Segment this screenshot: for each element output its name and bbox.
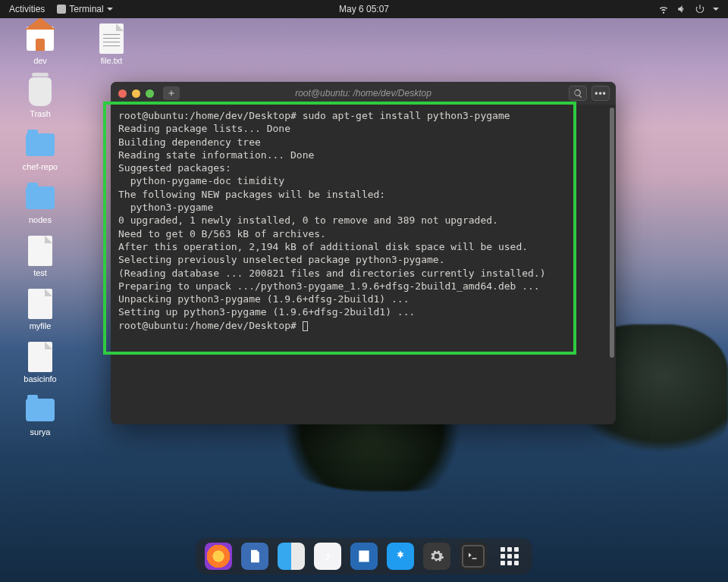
terminal-scrollbar[interactable] <box>610 108 614 358</box>
dock: ♪ <box>196 538 532 574</box>
desktop-icon-dev[interactable]: dev <box>14 23 67 65</box>
output-line: Building dependency tree <box>118 136 261 148</box>
output-line: Preparing to unpack .../python3-pygame_1… <box>118 280 540 292</box>
desktop-icon-chef-repo[interactable]: chef-repo <box>14 129 67 171</box>
dock-app-terminal[interactable] <box>460 543 487 570</box>
dock-app-music[interactable]: ♪ <box>314 543 341 570</box>
shell-command: sudo apt-get install python3-pygame <box>303 110 510 121</box>
icon-label: dev <box>33 56 47 65</box>
output-line: Unpacking python3-pygame (1.9.6+dfsg-2bu… <box>118 293 410 305</box>
terminal-title: root@ubuntu: /home/dev/Desktop <box>295 88 431 99</box>
desktop-icon-file-txt[interactable]: file.txt <box>85 23 138 65</box>
terminal-titlebar[interactable]: root@ubuntu: /home/dev/Desktop ••• <box>111 82 616 105</box>
folder-icon <box>26 186 55 209</box>
menu-button[interactable]: ••• <box>592 86 610 101</box>
search-button[interactable] <box>569 86 587 101</box>
gear-icon <box>429 549 444 564</box>
maximize-window-button[interactable] <box>146 89 154 98</box>
text-file-icon <box>99 23 124 54</box>
desktop-icon-test[interactable]: test <box>14 235 67 277</box>
activities-button[interactable]: Activities <box>9 4 45 14</box>
wifi-icon <box>658 4 669 14</box>
chevron-down-icon <box>107 8 113 11</box>
output-line: Reading package lists... Done <box>118 123 290 134</box>
document-icon <box>247 549 262 564</box>
note-icon <box>356 549 372 564</box>
output-line: Suggested packages: <box>118 162 231 174</box>
icon-label: nodes <box>29 215 52 224</box>
shell-prompt: root@ubuntu:/home/dev/Desktop# <box>118 320 303 331</box>
trash-icon <box>29 77 52 106</box>
clock[interactable]: May 6 05:07 <box>339 4 389 14</box>
terminal-cursor <box>303 321 308 331</box>
system-status-area[interactable] <box>658 4 728 14</box>
desktop-icons: dev Trash chef-repo nodes test myfile ba… <box>14 23 67 436</box>
close-window-button[interactable] <box>118 89 127 98</box>
desktop-icon-nodes[interactable]: nodes <box>14 182 67 224</box>
output-line: python-pygame-doc timidity <box>118 175 284 186</box>
power-icon <box>695 4 705 14</box>
folder-icon <box>26 133 55 156</box>
appstore-icon <box>394 549 407 563</box>
terminal-window: root@ubuntu: /home/dev/Desktop ••• root@… <box>111 82 616 424</box>
dock-show-applications[interactable] <box>496 543 523 570</box>
output-line: Selecting previously unselected package … <box>118 254 444 265</box>
gnome-top-bar: Activities Terminal May 6 05:07 <box>0 0 728 18</box>
desktop-icon-myfile[interactable]: myfile <box>14 288 67 330</box>
dock-app-writer[interactable] <box>350 543 378 570</box>
dock-app-firefox[interactable] <box>205 543 232 570</box>
output-line: (Reading database ... 200821 files and d… <box>118 268 546 279</box>
desktop-icon-trash[interactable]: Trash <box>14 76 67 118</box>
dock-app-settings[interactable] <box>423 543 450 570</box>
chevron-down-icon <box>713 8 719 11</box>
output-line: python3-pygame <box>118 202 213 213</box>
search-icon <box>573 89 583 99</box>
output-line: Need to get 0 B/563 kB of archives. <box>118 228 326 239</box>
plus-icon <box>167 89 176 98</box>
dock-app-text-editor[interactable] <box>241 543 268 570</box>
dock-app-store[interactable] <box>387 543 414 570</box>
terminal-icon <box>466 549 480 563</box>
file-icon <box>28 289 52 319</box>
icon-label: file.txt <box>101 56 123 65</box>
volume-icon <box>676 4 687 14</box>
file-icon <box>28 236 52 266</box>
desktop-icon-basicinfo[interactable]: basicinfo <box>14 341 67 383</box>
terminal-output[interactable]: root@ubuntu:/home/dev/Desktop# sudo apt-… <box>111 105 611 338</box>
app-menu-label: Terminal <box>69 4 103 14</box>
minimize-window-button[interactable] <box>132 89 140 98</box>
output-line: After this operation, 2,194 kB of additi… <box>118 241 528 252</box>
window-controls <box>118 89 154 98</box>
icon-label: chef-repo <box>23 162 58 171</box>
terminal-indicator-icon <box>57 5 66 14</box>
dock-app-files[interactable] <box>278 543 305 570</box>
terminal-viewport[interactable]: root@ubuntu:/home/dev/Desktop# sudo apt-… <box>111 105 616 424</box>
icon-label: myfile <box>30 321 52 330</box>
home-folder-icon <box>27 27 54 51</box>
folder-icon <box>26 399 55 421</box>
new-tab-button[interactable] <box>163 86 180 100</box>
icon-label: basicinfo <box>24 374 56 383</box>
output-line: The following NEW packages will be insta… <box>118 189 385 200</box>
desktop-icon-surya[interactable]: surya <box>14 394 67 436</box>
app-menu-button[interactable]: Terminal <box>57 4 112 14</box>
file-icon <box>28 342 52 372</box>
shell-prompt: root@ubuntu:/home/dev/Desktop# <box>118 110 303 121</box>
icon-label: test <box>33 268 47 277</box>
grid-icon <box>500 547 519 565</box>
output-line: Reading state information... Done <box>118 149 314 161</box>
output-line: Setting up python3-pygame (1.9.6+dfsg-2b… <box>118 306 415 318</box>
icon-label: Trash <box>30 109 51 118</box>
output-line: 0 upgraded, 1 newly installed, 0 to remo… <box>118 214 498 226</box>
icon-label: surya <box>30 427 51 436</box>
